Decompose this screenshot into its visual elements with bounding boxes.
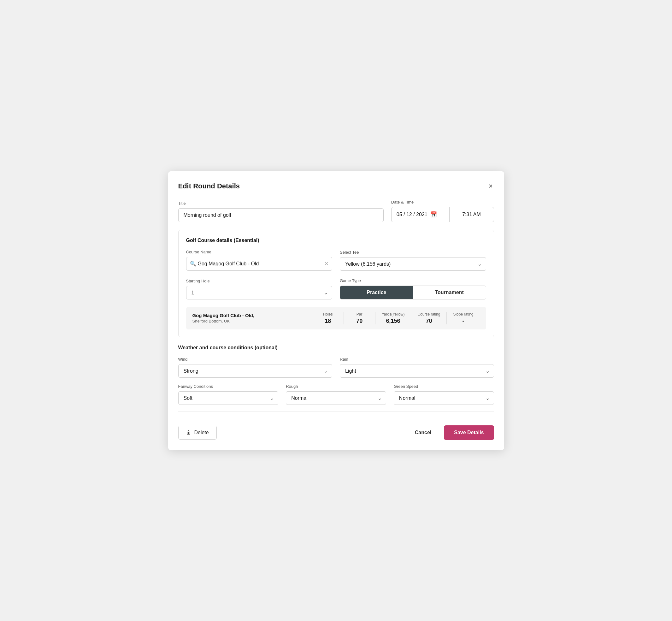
game-type-toggle: Practice Tournament	[340, 286, 486, 299]
wind-group: Wind Calm Light Moderate Strong Very Str…	[178, 357, 333, 378]
wind-dropdown[interactable]: Calm Light Moderate Strong Very Strong	[178, 364, 333, 378]
rough-group: Rough Short Normal Long ⌄	[286, 384, 386, 405]
date-value: 05 / 12 / 2021	[396, 212, 427, 217]
fairway-dropdown[interactable]: Soft Normal Hard	[178, 391, 279, 405]
time-field[interactable]: 7:31 AM	[450, 207, 494, 222]
time-value: 7:31 AM	[462, 212, 481, 217]
fairway-wrapper: Soft Normal Hard ⌄	[178, 391, 279, 405]
select-tee-dropdown[interactable]: Yellow (6,156 yards)	[340, 257, 486, 271]
yards-value: 6,156	[386, 318, 401, 324]
tournament-toggle-button[interactable]: Tournament	[413, 286, 486, 299]
rough-label: Rough	[286, 384, 386, 389]
clear-icon[interactable]: ✕	[324, 261, 328, 266]
green-speed-wrapper: Slow Normal Fast Very Fast ⌄	[394, 391, 494, 405]
game-type-label: Game Type	[340, 278, 486, 283]
course-info-name: Gog Magog Golf Club - Old, Shelford Bott…	[193, 313, 312, 323]
yards-label: Yards(Yellow)	[382, 312, 405, 317]
calendar-icon: 📅	[430, 211, 437, 218]
cancel-button[interactable]: Cancel	[410, 426, 436, 439]
holes-value: 18	[325, 318, 331, 324]
title-label: Title	[178, 201, 384, 206]
wind-wrapper: Calm Light Moderate Strong Very Strong ⌄	[178, 364, 333, 378]
green-speed-group: Green Speed Slow Normal Fast Very Fast ⌄	[394, 384, 494, 405]
course-name-group: Course Name 🔍 ✕	[186, 250, 333, 271]
rain-dropdown[interactable]: None Light Moderate Heavy	[340, 364, 494, 378]
holes-stat: Holes 18	[312, 312, 344, 324]
holes-label: Holes	[323, 312, 333, 317]
date-time-field: 05 / 12 / 2021 📅 7:31 AM	[391, 207, 494, 222]
course-name-label: Course Name	[186, 250, 333, 254]
slope-rating-value: -	[462, 318, 464, 324]
fairway-rough-green-row: Fairway Conditions Soft Normal Hard ⌄ Ro…	[178, 384, 494, 405]
rain-label: Rain	[340, 357, 494, 362]
starting-hole-dropdown[interactable]: 1	[186, 286, 333, 299]
search-icon: 🔍	[190, 261, 196, 266]
rain-group: Rain None Light Moderate Heavy ⌄	[340, 357, 494, 378]
course-rating-value: 70	[426, 318, 432, 324]
modal-header: Edit Round Details ×	[178, 181, 494, 191]
select-tee-wrapper: Yellow (6,156 yards) ⌄	[340, 257, 486, 271]
par-label: Par	[356, 312, 363, 317]
rough-dropdown[interactable]: Short Normal Long	[286, 391, 386, 405]
practice-toggle-button[interactable]: Practice	[340, 286, 413, 299]
course-name-display: Gog Magog Golf Club - Old,	[193, 313, 312, 318]
modal-title: Edit Round Details	[178, 182, 240, 190]
edit-round-modal: Edit Round Details × Title Date & Time 0…	[168, 171, 504, 450]
course-name-input-wrapper: 🔍 ✕	[186, 257, 333, 271]
starting-hole-label: Starting Hole	[186, 279, 333, 283]
green-speed-dropdown[interactable]: Slow Normal Fast Very Fast	[394, 391, 494, 405]
wind-label: Wind	[178, 357, 333, 362]
weather-section: Weather and course conditions (optional)…	[178, 345, 494, 405]
starting-hole-wrapper: 1 ⌄	[186, 286, 333, 299]
slope-rating-label: Slope rating	[453, 312, 473, 317]
footer-row: 🗑 Delete Cancel Save Details	[178, 419, 494, 440]
course-rating-stat: Course rating 70	[411, 312, 447, 324]
date-field[interactable]: 05 / 12 / 2021 📅	[391, 207, 450, 222]
title-date-row: Title Date & Time 05 / 12 / 2021 📅 7:31 …	[178, 200, 494, 222]
course-location: Shelford Bottom, UK	[193, 319, 312, 323]
title-group: Title	[178, 201, 384, 222]
fairway-group: Fairway Conditions Soft Normal Hard ⌄	[178, 384, 279, 405]
course-info-row: Gog Magog Golf Club - Old, Shelford Bott…	[186, 307, 486, 329]
date-time-label: Date & Time	[391, 200, 494, 204]
par-stat: Par 70	[344, 312, 375, 324]
delete-button[interactable]: 🗑 Delete	[178, 426, 217, 440]
hole-gametype-row: Starting Hole 1 ⌄ Game Type Practice Tou…	[186, 278, 486, 299]
select-tee-label: Select Tee	[340, 250, 486, 255]
wind-rain-row: Wind Calm Light Moderate Strong Very Str…	[178, 357, 494, 378]
golf-course-section: Golf Course details (Essential) Course N…	[178, 230, 494, 337]
starting-hole-group: Starting Hole 1 ⌄	[186, 279, 333, 299]
yards-stat: Yards(Yellow) 6,156	[375, 312, 411, 324]
footer-right: Cancel Save Details	[410, 425, 494, 440]
save-button[interactable]: Save Details	[444, 425, 494, 440]
slope-rating-stat: Slope rating -	[447, 312, 479, 324]
weather-section-title: Weather and course conditions (optional)	[178, 345, 494, 350]
fairway-label: Fairway Conditions	[178, 384, 279, 389]
trash-icon: 🗑	[186, 430, 191, 436]
delete-label: Delete	[194, 430, 209, 436]
close-button[interactable]: ×	[488, 181, 494, 191]
golf-section-title: Golf Course details (Essential)	[186, 238, 486, 243]
course-tee-row: Course Name 🔍 ✕ Select Tee Yellow (6,156…	[186, 250, 486, 271]
select-tee-group: Select Tee Yellow (6,156 yards) ⌄	[340, 250, 486, 271]
date-time-group: Date & Time 05 / 12 / 2021 📅 7:31 AM	[391, 200, 494, 222]
rough-wrapper: Short Normal Long ⌄	[286, 391, 386, 405]
course-name-input[interactable]	[186, 257, 333, 271]
green-speed-label: Green Speed	[394, 384, 494, 389]
title-input[interactable]	[178, 208, 384, 222]
par-value: 70	[356, 318, 363, 324]
course-rating-label: Course rating	[417, 312, 440, 317]
game-type-group: Game Type Practice Tournament	[340, 278, 486, 299]
rain-wrapper: None Light Moderate Heavy ⌄	[340, 364, 494, 378]
